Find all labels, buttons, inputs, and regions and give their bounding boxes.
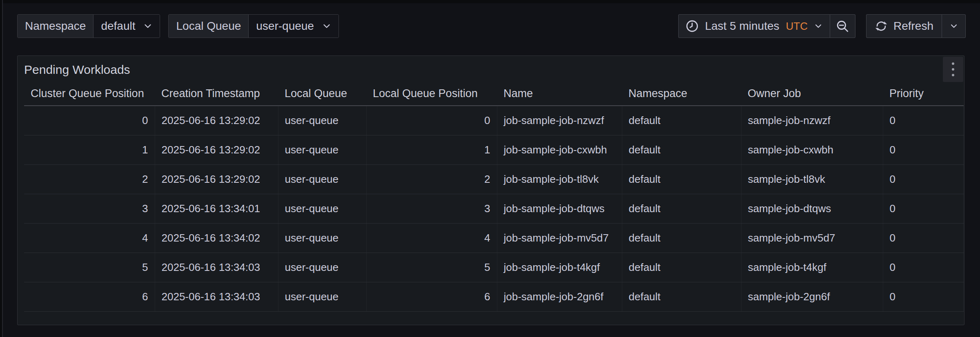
kebab-menu-icon (952, 68, 954, 71)
table-cell: user-queue (278, 194, 366, 223)
table-cell: sample-job-dtqws (741, 194, 883, 223)
table-header-cell[interactable]: Owner Job (741, 82, 883, 106)
pending-workloads-table: Cluster Queue PositionCreation Timestamp… (24, 82, 964, 312)
table-header-cell[interactable]: Local Queue (278, 82, 366, 106)
table-cell: 2025-06-16 13:29:02 (155, 106, 278, 135)
clock-icon (685, 19, 699, 33)
table-header-cell[interactable]: Creation Timestamp (155, 82, 278, 106)
table-cell: 0 (883, 282, 963, 311)
variable-picker-local-queue: Local Queue user-queue (168, 14, 339, 38)
window-left-edge (0, 0, 3, 337)
table-body: 02025-06-16 13:29:02user-queue0job-sampl… (24, 106, 963, 311)
table-cell: 2025-06-16 13:29:02 (155, 135, 278, 164)
table-cell: 0 (24, 106, 155, 135)
refresh-label: Refresh (893, 20, 933, 33)
table-cell: default (622, 164, 741, 194)
table-header-cell[interactable]: Local Queue Position (366, 82, 497, 106)
variable-value-local-queue[interactable]: user-queue (249, 15, 339, 38)
table-cell: default (622, 135, 741, 164)
variable-selected-value: user-queue (256, 20, 314, 33)
table-row: 62025-06-16 13:34:03user-queue6job-sampl… (24, 282, 963, 311)
variable-picker-namespace: Namespace default (17, 14, 160, 38)
table-cell: sample-job-2gn6f (741, 282, 883, 311)
variable-label-namespace: Namespace (18, 15, 94, 38)
table-header-row: Cluster Queue PositionCreation Timestamp… (24, 82, 963, 106)
table-cell: default (622, 106, 741, 135)
table-cell: sample-job-t4kgf (741, 253, 883, 282)
table-cell: sample-job-tl8vk (741, 164, 883, 194)
table-cell: job-sample-job-t4kgf (497, 253, 622, 282)
table-cell: user-queue (278, 223, 366, 253)
table-cell: default (622, 194, 741, 223)
table-cell: 0 (883, 253, 963, 282)
table-row: 02025-06-16 13:29:02user-queue0job-sampl… (24, 106, 963, 135)
time-range-button[interactable]: Last 5 minutes UTC (679, 15, 830, 38)
table-cell: job-sample-job-tl8vk (497, 164, 622, 194)
chevron-down-icon (321, 21, 332, 31)
chevron-down-icon (143, 21, 153, 31)
table-cell: 2 (366, 164, 497, 194)
table-cell: 3 (24, 194, 155, 223)
zoom-out-time-button[interactable] (830, 15, 855, 38)
table-cell: user-queue (278, 253, 366, 282)
table-cell: default (622, 223, 741, 253)
table-cell: 2 (24, 164, 155, 194)
timezone-label: UTC (786, 20, 808, 33)
table-cell: 2025-06-16 13:34:02 (155, 223, 278, 253)
table-cell: job-sample-job-nzwzf (497, 106, 622, 135)
table-cell: job-sample-job-dtqws (497, 194, 622, 223)
pending-workloads-panel: Pending Workloads Cluster Queue Position… (17, 55, 964, 325)
table-cell: 6 (366, 282, 497, 311)
table-cell: 2025-06-16 13:34:01 (155, 194, 278, 223)
table-cell: sample-job-mv5d7 (741, 223, 883, 253)
table-cell: 0 (883, 194, 963, 223)
table-cell: user-queue (278, 164, 366, 194)
table-cell: job-sample-job-cxwbh (497, 135, 622, 164)
chevron-down-icon (949, 21, 959, 31)
table-cell: 0 (883, 164, 963, 194)
window-top-edge (0, 0, 980, 3)
table-cell: job-sample-job-2gn6f (497, 282, 622, 311)
table-cell: user-queue (278, 106, 366, 135)
table-cell: user-queue (278, 135, 366, 164)
table-header-cell[interactable]: Namespace (622, 82, 741, 106)
table-cell: 5 (24, 253, 155, 282)
chevron-down-icon (813, 21, 823, 31)
table-cell: 2025-06-16 13:34:03 (155, 253, 278, 282)
refresh-interval-dropdown-button[interactable] (942, 15, 965, 38)
table-cell: user-queue (278, 282, 366, 311)
table-cell: 0 (883, 135, 963, 164)
table-cell: 4 (24, 223, 155, 253)
table-cell: 1 (366, 135, 497, 164)
variable-label-local-queue: Local Queue (169, 15, 249, 38)
variable-value-namespace[interactable]: default (94, 15, 160, 38)
table-cell: 2025-06-16 13:29:02 (155, 164, 278, 194)
table-cell: 0 (883, 106, 963, 135)
table-cell: sample-job-cxwbh (741, 135, 883, 164)
table-cell: 5 (366, 253, 497, 282)
time-picker-group: Last 5 minutes UTC (678, 14, 855, 38)
sync-icon (875, 20, 888, 33)
zoom-out-icon (835, 19, 849, 33)
table-cell: 6 (24, 282, 155, 311)
panel-menu-button[interactable] (943, 57, 963, 82)
table-row: 22025-06-16 13:29:02user-queue2job-sampl… (24, 164, 963, 194)
table-cell: default (622, 253, 741, 282)
table-header-cell[interactable]: Name (497, 82, 622, 106)
table-cell: 4 (366, 223, 497, 253)
kebab-menu-icon (952, 74, 954, 76)
table-row: 32025-06-16 13:34:01user-queue3job-sampl… (24, 194, 963, 223)
table-row: 52025-06-16 13:34:03user-queue5job-sampl… (24, 253, 963, 282)
refresh-button[interactable]: Refresh (866, 15, 942, 38)
table-cell: 3 (366, 194, 497, 223)
table-cell: sample-job-nzwzf (741, 106, 883, 135)
table-row: 42025-06-16 13:34:02user-queue4job-sampl… (24, 223, 963, 253)
table-header-cell[interactable]: Cluster Queue Position (24, 82, 155, 106)
panel-header: Pending Workloads (24, 60, 958, 80)
table-cell: job-sample-job-mv5d7 (497, 223, 622, 253)
variable-selected-value: default (101, 20, 135, 33)
table-cell: 1 (24, 135, 155, 164)
table-cell: 0 (366, 106, 497, 135)
table-header-cell[interactable]: Priority (883, 82, 963, 106)
panel-title[interactable]: Pending Workloads (24, 63, 130, 77)
